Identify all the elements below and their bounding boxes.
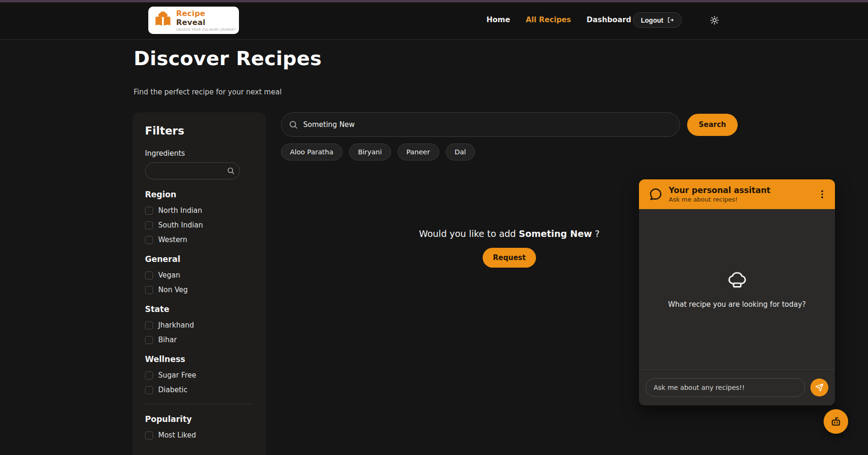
logo-book-chef-hat-icon	[153, 9, 173, 31]
search-row: Search	[281, 112, 738, 137]
logo-title-part1: Recipe	[176, 9, 205, 18]
filter-option[interactable]: Sugar Free	[145, 371, 254, 379]
checkbox[interactable]	[145, 207, 153, 215]
filter-section-label: Region	[145, 190, 254, 199]
checkbox[interactable]	[145, 371, 153, 379]
checkbox[interactable]	[145, 271, 153, 279]
page-title: Discover Recipes	[134, 47, 322, 70]
assistant-header: Your personal assitant Ask me about reci…	[639, 179, 835, 209]
filter-section-popularity: Popularity Most Liked	[145, 414, 254, 439]
filter-section-label: State	[145, 304, 254, 314]
logo[interactable]: Recipe Reveal UNLOCK YOUR CULINARY JOURN…	[148, 7, 239, 34]
ingredients-search	[145, 162, 240, 179]
nav-link-all-recipes[interactable]: All Recipes	[526, 16, 571, 24]
suggestion-chip[interactable]: Biryani	[349, 143, 391, 160]
suggestion-chips: Aloo Paratha Biryani Paneer Dal	[281, 143, 738, 160]
filter-section-label: General	[145, 254, 254, 264]
prompt-suffix: ?	[595, 228, 600, 239]
kebab-menu-icon[interactable]	[818, 189, 826, 200]
filter-divider	[145, 404, 254, 404]
top-accent-strip	[0, 0, 868, 2]
logout-icon	[667, 17, 674, 24]
checkbox[interactable]	[145, 336, 153, 344]
main-nav: Home All Recipes Dashboard	[486, 0, 631, 40]
filter-section-region: Region North Indian South Indian Western	[145, 190, 254, 244]
filter-option[interactable]: Non Veg	[145, 286, 254, 294]
filter-section-label: Popularity	[145, 414, 254, 424]
option-label: Non Veg	[158, 286, 188, 294]
suggestion-chip[interactable]: Aloo Paratha	[281, 143, 342, 160]
assistant-launcher-button[interactable]	[824, 409, 848, 434]
option-label: Diabetic	[158, 386, 187, 394]
filters-sidebar: Filters Ingredients Region North Indian …	[133, 112, 266, 455]
checkbox[interactable]	[145, 431, 153, 439]
send-button[interactable]	[810, 379, 828, 396]
filter-option[interactable]: Jharkhand	[145, 321, 254, 329]
request-button[interactable]: Request	[483, 248, 536, 268]
ingredients-search-input[interactable]	[145, 162, 240, 179]
checkbox[interactable]	[145, 286, 153, 294]
search-icon	[289, 120, 298, 129]
recipe-search-input[interactable]	[281, 112, 680, 137]
theme-toggle-sun-icon[interactable]	[710, 16, 719, 25]
option-label: Western	[158, 236, 187, 244]
chat-bubble-icon	[648, 187, 663, 202]
paper-plane-icon	[815, 383, 824, 392]
logo-title-part2: Reveal	[176, 18, 205, 27]
checkbox[interactable]	[145, 386, 153, 394]
assistant-message-input[interactable]	[646, 378, 805, 397]
chef-hat-icon	[726, 270, 749, 293]
robot-icon	[829, 415, 842, 428]
filter-option[interactable]: Diabetic	[145, 386, 254, 394]
assistant-title: Your personal assitant	[669, 185, 812, 195]
header: Recipe Reveal UNLOCK YOUR CULINARY JOURN…	[0, 0, 868, 40]
logout-button-label: Logout	[641, 17, 663, 24]
page-subtitle: Find the perfect recipe for your next me…	[134, 88, 281, 96]
suggestion-chip[interactable]: Paneer	[398, 143, 439, 160]
checkbox[interactable]	[145, 221, 153, 229]
logo-tagline: UNLOCK YOUR CULINARY JOURNEY	[176, 28, 236, 32]
filter-option[interactable]: Bihar	[145, 336, 254, 344]
prompt-term: Someting New	[519, 228, 592, 239]
filter-option[interactable]: North Indian	[145, 206, 254, 215]
option-label: Most Liked	[158, 431, 196, 439]
filter-section-state: State Jharkhand Bihar	[145, 304, 254, 344]
filter-option[interactable]: South Indian	[145, 221, 254, 229]
logout-button[interactable]: Logout	[633, 12, 682, 28]
option-label: North Indian	[158, 206, 202, 215]
filter-option[interactable]: Vegan	[145, 271, 254, 279]
filter-section-wellness: Wellness Sugar Free Diabetic	[145, 354, 254, 394]
filter-section-general: General Vegan Non Veg	[145, 254, 254, 294]
option-label: South Indian	[158, 221, 203, 229]
filters-title: Filters	[145, 125, 254, 137]
nav-link-dashboard[interactable]: Dashboard	[587, 16, 631, 24]
assistant-body: What recipe you are looking for today?	[639, 209, 835, 369]
assistant-subtitle: Ask me about recipes!	[669, 196, 812, 203]
nav-link-home[interactable]: Home	[486, 16, 510, 24]
prompt-prefix: Would you like to add	[419, 228, 516, 239]
checkbox[interactable]	[145, 321, 153, 329]
logo-text: Recipe Reveal UNLOCK YOUR CULINARY JOURN…	[176, 9, 236, 32]
checkbox[interactable]	[145, 236, 153, 244]
main-content: Search Aloo Paratha Biryani Paneer Dal W…	[281, 112, 738, 160]
search-icon	[227, 167, 235, 175]
ingredients-label: Ingredients	[145, 149, 254, 158]
option-label: Bihar	[158, 336, 177, 344]
filter-option[interactable]: Western	[145, 236, 254, 244]
filter-section-label: Wellness	[145, 354, 254, 364]
suggestion-chip[interactable]: Dal	[446, 143, 475, 160]
assistant-chat-panel: Your personal assitant Ask me about reci…	[639, 179, 835, 405]
option-label: Jharkhand	[158, 321, 194, 329]
option-label: Sugar Free	[158, 371, 196, 379]
filter-option[interactable]: Most Liked	[145, 431, 254, 439]
assistant-empty-state: What recipe you are looking for today?	[668, 300, 806, 309]
assistant-footer	[639, 369, 835, 405]
option-label: Vegan	[158, 271, 180, 279]
search-button[interactable]: Search	[687, 114, 738, 136]
